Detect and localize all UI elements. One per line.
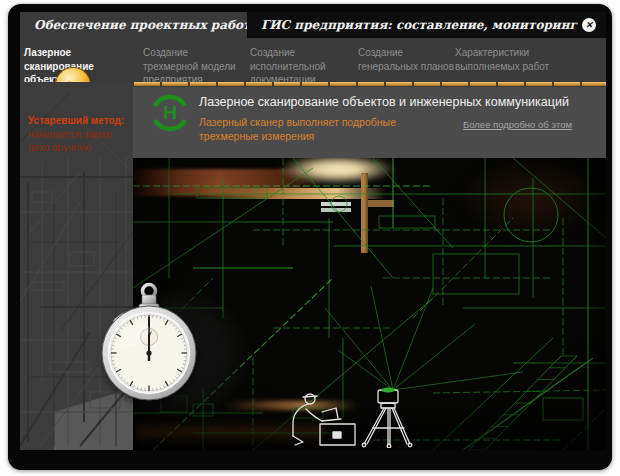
stopwatch-crown — [142, 295, 156, 305]
tripod-leg-center — [388, 408, 390, 445]
surveyor-leg — [293, 436, 303, 445]
titlebar-right-label: ГИС предприятия: составление, мониторинг — [261, 18, 577, 32]
section-subtitle: Лазерный сканер выполняет подробные трех… — [199, 116, 444, 143]
laptop-base — [322, 419, 341, 421]
case-latch — [333, 432, 341, 438]
logo-letter: Н — [149, 92, 191, 134]
nav-bar: Лазерное сканирование объектов Создание … — [20, 38, 606, 82]
note-body: начинается замер цеха вручную — [28, 128, 130, 155]
window-frame: Обеспечение проектных работ по реконстру… — [8, 4, 612, 470]
titlebar-tab-right[interactable]: ГИС предприятия: составление, мониторинг… — [247, 12, 606, 38]
laser-scanner-logo-icon: Н — [149, 92, 191, 134]
tripod-leg-left — [364, 408, 386, 444]
app-screen: Обеспечение проектных работ по реконстру… — [20, 12, 606, 450]
tab-3d-model[interactable]: Создание трехмерной модели предприятия — [143, 46, 243, 87]
titlebar: Обеспечение проектных работ по реконстру… — [20, 12, 606, 39]
laptop-screen — [322, 408, 338, 418]
tripod-head — [381, 403, 395, 408]
content-header-panel: Н Лазерное сканирование объектов и инжен… — [133, 87, 606, 158]
tab-master-plans[interactable]: Создание генеральных планов — [358, 46, 458, 73]
section-title: Лазерное сканирование объектов и инженер… — [199, 95, 599, 109]
tripod-leg-right — [392, 408, 410, 444]
note-title: Устаревший метод: — [28, 114, 130, 128]
surveyor-arm — [306, 409, 322, 421]
titlebar-tab-left[interactable]: Обеспечение проектных работ по реконстру… — [20, 12, 247, 38]
close-icon[interactable]: ✕ — [582, 18, 596, 32]
sidebar-note: Устаревший метод: начинается замер цеха … — [28, 114, 130, 155]
surveyor-and-scanner-illustration — [258, 386, 433, 448]
tab-work-specs[interactable]: Характеристики выполняемых работ — [455, 46, 567, 73]
stopwatch-icon — [93, 279, 205, 405]
more-details-link[interactable]: Более подробно об этом — [463, 119, 572, 130]
tab-as-built-docs[interactable]: Создание исполнительной документации — [250, 46, 356, 87]
surveyor-head — [305, 394, 315, 404]
scanner-lens — [381, 387, 395, 392]
